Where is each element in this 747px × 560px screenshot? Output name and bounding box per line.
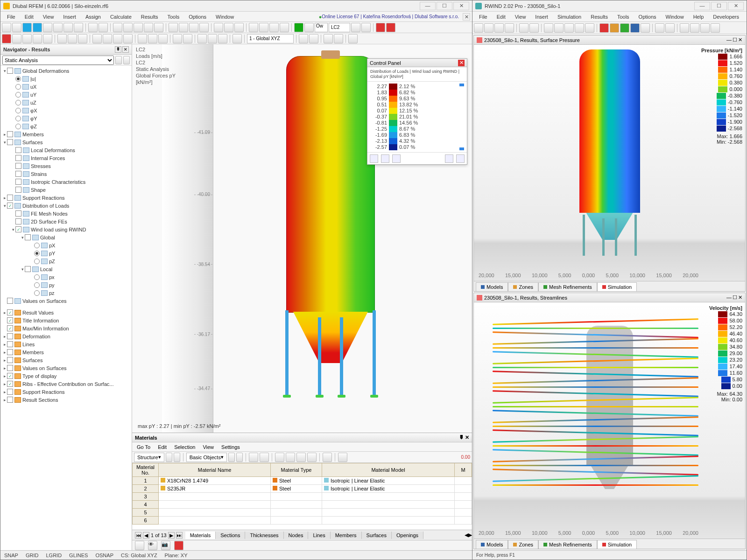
table-icon[interactable] xyxy=(74,23,83,32)
r-res3-icon[interactable] xyxy=(700,23,710,33)
sb-icon-3[interactable]: 📷 xyxy=(161,541,170,550)
r-menu-developers[interactable]: Developers xyxy=(708,13,744,21)
table-row[interactable]: 4 xyxy=(133,501,472,509)
tree-max-min-information[interactable]: ✓Max/Min Information xyxy=(1,324,132,332)
drop-2-icon[interactable] xyxy=(22,34,32,43)
tree-values-on-surfaces[interactable]: Values on Surfaces xyxy=(1,297,132,305)
page-last-icon[interactable]: ⏭ xyxy=(176,532,183,539)
r-menu-edit[interactable]: Edit xyxy=(492,13,510,21)
tab-materials[interactable]: Materials xyxy=(185,532,216,539)
tree-ribs-effective-contribution-on-surfac-[interactable]: ▸✓Ribs - Effective Contribution on Surfa… xyxy=(1,380,132,388)
mat-combo-left[interactable]: Structure ▾ xyxy=(134,453,164,462)
v2-max-icon[interactable]: ☐ xyxy=(733,294,737,301)
v2-min-icon[interactable]: — xyxy=(726,294,732,301)
results-on-icon[interactable] xyxy=(304,23,314,32)
rotate-icon[interactable] xyxy=(144,23,153,32)
drop-3-icon[interactable] xyxy=(33,34,42,43)
tree-py[interactable]: py xyxy=(1,281,132,289)
r-v4-icon[interactable] xyxy=(575,23,584,33)
r-menu-help[interactable]: Help xyxy=(689,13,709,21)
r-tab-mesh-refinements[interactable]: Mesh Refinements xyxy=(538,540,597,549)
r-undo-icon[interactable] xyxy=(519,23,529,33)
v2-close-icon[interactable]: ✕ xyxy=(738,294,742,301)
tree--z[interactable]: φZ xyxy=(1,122,132,130)
analysis-type-combo[interactable]: Static Analysis xyxy=(2,56,114,65)
mat-prev-icon[interactable] xyxy=(166,453,172,462)
page-first-icon[interactable]: ⏮ xyxy=(135,532,141,539)
render-2-icon[interactable] xyxy=(224,23,233,32)
mat-menu-view[interactable]: View xyxy=(200,443,217,451)
r-tab-simulation[interactable]: Simulation xyxy=(597,282,637,291)
close-button[interactable]: ✕ xyxy=(453,2,469,10)
load-4-icon[interactable] xyxy=(123,34,133,43)
tree-values-on-surfaces[interactable]: ▸Values on Surfaces xyxy=(1,364,132,372)
r-res2-icon[interactable] xyxy=(690,23,699,33)
view-mode-3-icon[interactable] xyxy=(189,23,198,32)
tree-global[interactable]: ▾Global xyxy=(1,233,132,241)
mat-menu-edit[interactable]: Edit xyxy=(155,443,169,451)
redo-arrow-icon[interactable] xyxy=(99,23,108,32)
undo-icon[interactable] xyxy=(53,23,63,32)
tree-surfaces[interactable]: ▸Surfaces xyxy=(1,356,132,364)
r-new-icon[interactable] xyxy=(474,23,483,33)
tree-members[interactable]: ▸Members xyxy=(1,348,132,356)
table-row[interactable]: 6 xyxy=(133,517,472,525)
r-tab-mesh-refinements[interactable]: Mesh Refinements xyxy=(538,282,597,291)
load-case-combo[interactable]: LC2 xyxy=(329,23,350,32)
lc-prev-icon[interactable] xyxy=(351,23,360,32)
page-prev-icon[interactable]: ◀ xyxy=(143,532,149,539)
misc-1-icon[interactable] xyxy=(233,34,242,43)
r-sim2-icon[interactable] xyxy=(610,23,619,33)
r-calc-icon[interactable] xyxy=(655,23,664,33)
drop-1-icon[interactable] xyxy=(12,34,21,43)
mat-tool-2-icon[interactable] xyxy=(260,453,269,462)
tree-isotropic-characteristics[interactable]: Isotropic Characteristics xyxy=(1,178,132,186)
mat-del-icon[interactable] xyxy=(323,453,332,462)
menu-file[interactable]: File xyxy=(2,13,20,21)
r-menu-window[interactable]: Window xyxy=(661,13,689,21)
tabs-next-icon[interactable]: ▶ xyxy=(468,532,472,538)
r-save-icon[interactable] xyxy=(494,23,504,33)
tree--x[interactable]: φX xyxy=(1,106,132,114)
arrow-red-icon[interactable] xyxy=(2,34,11,43)
tab-openings[interactable]: Openings xyxy=(392,532,423,539)
table-row[interactable]: 3 xyxy=(133,493,472,501)
mat-combo-right[interactable]: Basic Objects ▾ xyxy=(186,453,227,462)
tree-pz[interactable]: pZ xyxy=(1,257,132,265)
tree-global-deformations[interactable]: ▾Global Deformations xyxy=(1,67,132,75)
r-maximize-button[interactable]: ☐ xyxy=(711,2,727,10)
cp-axes-icon[interactable] xyxy=(370,154,378,163)
r-tab-zones[interactable]: Zones xyxy=(508,282,538,291)
tree-ux[interactable]: uX xyxy=(1,83,132,91)
tree-title-information[interactable]: ✓Title Information xyxy=(1,316,132,324)
menu-insert[interactable]: Insert xyxy=(58,13,81,21)
misc-4-icon[interactable] xyxy=(324,34,333,43)
print-icon[interactable] xyxy=(63,23,73,32)
view1-canvas[interactable]: Pressure [kN/m²] 1.6661.5201.1400.7600.3… xyxy=(474,45,745,281)
save-icon[interactable] xyxy=(43,23,52,32)
view-mode-1-icon[interactable] xyxy=(169,23,178,32)
tab-surfaces[interactable]: Surfaces xyxy=(362,532,392,539)
undo-arrow-icon[interactable] xyxy=(88,23,98,32)
coord-system-combo[interactable]: 1 - Global XYZ xyxy=(247,34,294,43)
dim-1-icon[interactable] xyxy=(173,34,182,43)
tree-local-deformations[interactable]: Local Deformations xyxy=(1,146,132,154)
menu-view[interactable]: View xyxy=(38,13,59,21)
tree-deformation[interactable]: ▸Deformation xyxy=(1,332,132,340)
r-menu-simulation[interactable]: Simulation xyxy=(553,13,586,21)
tree-surfaces[interactable]: ▾Surfaces xyxy=(1,138,132,146)
tab-lines[interactable]: Lines xyxy=(308,532,330,539)
tree--y[interactable]: φY xyxy=(1,114,132,122)
mat-tool-5-icon[interactable] xyxy=(296,453,306,462)
tree-2d-surface-fes[interactable]: 2D Surface FEs xyxy=(1,217,132,225)
r-v3-icon[interactable] xyxy=(564,23,574,33)
tree-local[interactable]: ▾Local xyxy=(1,265,132,273)
tree-result-sections[interactable]: ▸Result Sections xyxy=(1,396,132,404)
tree-shape[interactable]: Shape xyxy=(1,186,132,194)
mem-1-icon[interactable] xyxy=(57,34,67,43)
cs-1-icon[interactable] xyxy=(197,34,207,43)
view-mode-2-icon[interactable] xyxy=(179,23,188,32)
new-icon[interactable] xyxy=(2,23,11,32)
tab-nodes[interactable]: Nodes xyxy=(284,532,309,539)
sup-1-icon[interactable] xyxy=(138,34,147,43)
